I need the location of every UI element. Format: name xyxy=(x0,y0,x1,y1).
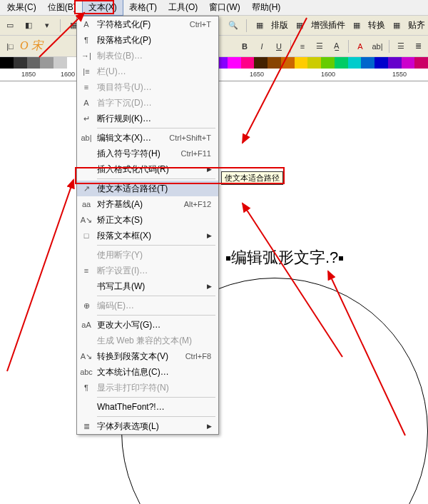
menu-text[interactable]: 文本(X) xyxy=(82,0,123,16)
selected-text-object[interactable]: 编辑弧形文字.? xyxy=(225,247,344,268)
menu-item-label: 断字设置(I)… xyxy=(94,265,214,277)
menu-item[interactable]: ¶段落格式化(P) xyxy=(77,32,218,48)
para-icon[interactable]: ☰ xyxy=(394,39,408,54)
menu-item[interactable]: A↘转换到段落文本(V)Ctrl+F8 xyxy=(77,348,218,364)
menu-item-label: 字符格式化(F) xyxy=(94,19,190,31)
menu-item-icon: aA xyxy=(78,318,94,331)
bold-icon[interactable]: B xyxy=(238,39,252,54)
menu-item-icon: A xyxy=(78,18,94,31)
snap-icon[interactable]: ▦ xyxy=(389,19,404,33)
menu-item: ≡项目符号(U)… xyxy=(77,79,218,95)
menu-help[interactable]: 帮助(H) xyxy=(246,0,287,15)
menu-item-icon xyxy=(78,163,94,176)
menu-item[interactable]: A字符格式化(F)Ctrl+T xyxy=(77,16,218,32)
menu-item[interactable]: ↗使文本适合路径(T) xyxy=(77,181,218,196)
menu-item-shortcut: Ctrl+T xyxy=(190,20,214,29)
menu-item: →|制表位(B)… xyxy=(77,48,218,64)
callout-icon[interactable]: ◧ xyxy=(21,19,36,33)
menu-item: 使用断字(Y) xyxy=(77,247,218,263)
char-format-icon[interactable]: ab| xyxy=(370,39,384,54)
menu-window[interactable]: 窗口(W) xyxy=(203,0,245,15)
para2-icon[interactable]: ≣ xyxy=(411,39,425,54)
zoom-in-icon[interactable]: 🔍 xyxy=(226,19,240,33)
menu-item-icon xyxy=(78,280,94,293)
list-icon[interactable]: ☰ xyxy=(312,39,327,54)
layout-label[interactable]: 排版 xyxy=(271,19,288,31)
convert-icon[interactable]: ▦ xyxy=(350,19,364,33)
submenu-arrow-icon: ▶ xyxy=(207,423,214,430)
menu-item-icon: □ xyxy=(78,229,94,242)
submenu-arrow-icon: ▶ xyxy=(207,283,214,290)
layout-icon[interactable]: ▦ xyxy=(253,19,267,33)
menu-effects[interactable]: 效果(C) xyxy=(1,0,42,15)
menu-item[interactable]: 插入格式化代码(R)▶ xyxy=(77,161,218,177)
menu-item-label: 编码(E)… xyxy=(94,300,214,312)
menu-item[interactable]: □段落文本框(X)▶ xyxy=(77,228,218,243)
menu-item[interactable]: WhatTheFont?!… xyxy=(77,399,218,415)
submenu-arrow-icon: ▶ xyxy=(207,232,214,239)
menu-item: ≡断字设置(I)… xyxy=(77,263,218,278)
plugin-icon[interactable]: ▦ xyxy=(292,19,307,33)
text-tool-icon[interactable]: |□ xyxy=(3,39,17,54)
dropdown-icon[interactable]: ▾ xyxy=(40,19,54,33)
submenu-arrow-icon: ▶ xyxy=(207,166,214,173)
menu-tools[interactable]: 工具(O) xyxy=(163,0,203,15)
menu-item-icon: aa xyxy=(78,198,94,211)
shape-tool-icon[interactable]: ▭ xyxy=(3,19,17,33)
indent-icon[interactable]: A̲ xyxy=(330,39,344,54)
menu-item-icon: ¶ xyxy=(78,381,94,394)
text-menu-dropdown: A字符格式化(F)Ctrl+T¶段落格式化(P)→|制表位(B)…|≡栏(U)…… xyxy=(76,16,219,435)
menu-bitmap[interactable]: 位图(B) xyxy=(42,0,82,15)
menu-item: A首字下沉(D)… xyxy=(77,95,218,111)
menu-item-label: 书写工具(W) xyxy=(94,281,207,293)
menu-item-label: 更改大小写(G)… xyxy=(94,319,214,331)
menu-item-icon: ↗ xyxy=(78,182,94,195)
menu-item: |≡栏(U)… xyxy=(77,64,218,79)
menu-item: ¶显示非打印字符(N) xyxy=(77,380,218,395)
ruler-tick-label: 1550 xyxy=(392,71,407,78)
menu-item-label: 对齐基线(A) xyxy=(94,198,184,211)
menu-item-icon xyxy=(78,147,94,160)
menu-item-label: 使用断字(Y) xyxy=(94,249,214,261)
menu-item[interactable]: abc文本统计信息(C)… xyxy=(77,364,218,380)
menu-item[interactable]: ↵断行规则(K)… xyxy=(77,111,218,126)
menu-item-label: 制表位(B)… xyxy=(94,50,214,62)
menu-item[interactable]: ≣字体列表选项(L)▶ xyxy=(77,418,218,434)
menu-item-shortcut: Alt+F12 xyxy=(184,200,214,208)
ruler-tick-label: 1600 xyxy=(321,71,335,78)
menu-item[interactable]: 书写工具(W)▶ xyxy=(77,278,218,294)
menu-table[interactable]: 表格(T) xyxy=(123,0,163,15)
menu-item[interactable]: aA更改大小写(G)… xyxy=(77,317,218,333)
menu-item-label: 段落文本框(X) xyxy=(94,230,207,242)
font-color-icon[interactable]: A xyxy=(353,39,367,54)
menu-item-label: 字体列表选项(L) xyxy=(94,420,207,433)
menu-item-icon: ⊕ xyxy=(78,299,94,312)
ruler-tick-label: 1650 xyxy=(250,71,264,78)
menu-item[interactable]: ab|编辑文本(X)…Ctrl+Shift+T xyxy=(77,130,218,146)
menu-item-icon: A xyxy=(78,96,94,109)
menu-item-icon: A↘ xyxy=(78,213,94,226)
menu-item-icon: ≡ xyxy=(78,81,94,94)
menu-item-icon: |≡ xyxy=(78,65,94,78)
menu-item-icon xyxy=(78,400,94,413)
menu-item-label: 使文本适合路径(T) xyxy=(94,183,214,195)
menu-item-label: 插入格式化代码(R) xyxy=(94,163,207,176)
convert-label[interactable]: 转换 xyxy=(368,19,385,31)
snap-label[interactable]: 贴齐 xyxy=(408,19,425,31)
menu-item-icon: A↘ xyxy=(78,350,94,363)
menu-item-icon xyxy=(78,334,94,347)
menu-item[interactable]: A↘矫正文本(S) xyxy=(77,212,218,228)
menu-item-icon: ≣ xyxy=(78,420,94,433)
plugin-label[interactable]: 增强插件 xyxy=(311,19,345,31)
menu-item[interactable]: aa对齐基线(A)Alt+F12 xyxy=(77,196,218,212)
italic-icon[interactable]: I xyxy=(255,39,269,54)
menu-item-label: 显示非打印字符(N) xyxy=(94,382,214,394)
underline-icon[interactable]: U xyxy=(272,39,286,54)
align-left-icon[interactable]: ≡ xyxy=(295,39,310,54)
ruler-tick-label: 1600 xyxy=(61,71,75,78)
menu-item: 生成 Web 兼容的文本(M) xyxy=(77,333,218,348)
menu-item-label: 栏(U)… xyxy=(94,66,214,78)
menu-item[interactable]: 插入符号字符(H)Ctrl+F11 xyxy=(77,146,218,161)
menu-item-label: 生成 Web 兼容的文本(M) xyxy=(94,335,214,347)
menu-item-icon: ab| xyxy=(78,131,94,144)
